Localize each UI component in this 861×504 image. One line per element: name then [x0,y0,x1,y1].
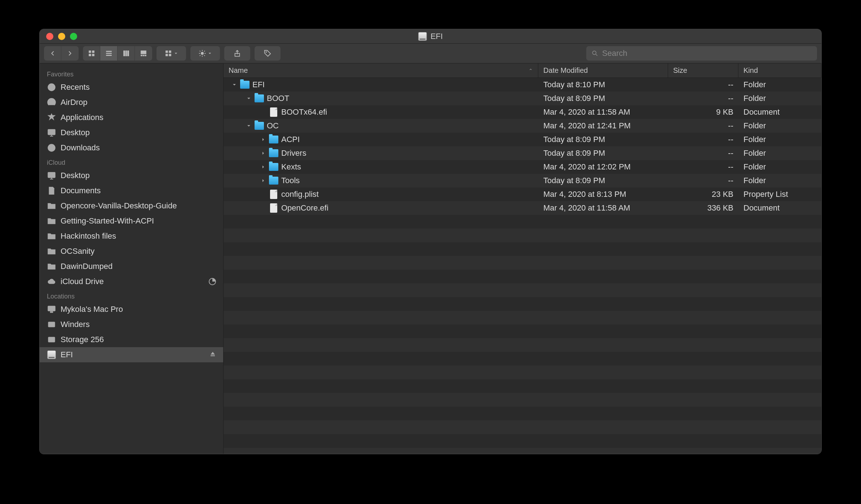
sidebar-item-recents[interactable]: Recents [40,80,223,95]
svg-rect-28 [50,312,53,313]
forward-button[interactable] [61,46,79,61]
icon-view-button[interactable] [83,46,100,61]
file-date: Today at 8:09 PM [538,176,668,185]
file-row[interactable]: OCMar 4, 2020 at 12:41 PM--Folder [224,119,821,133]
sidebar-item-airdrop[interactable]: AirDrop [40,95,223,110]
svg-rect-15 [169,51,171,53]
file-date: Today at 8:10 PM [538,80,668,89]
sidebar-item-hackintosh-files[interactable]: Hackintosh files [40,229,223,244]
file-row[interactable]: ACPIToday at 8:09 PM--Folder [224,133,821,146]
column-header: Name⌃ Date Modified Size Kind [224,63,821,78]
file-row[interactable]: EFIToday at 8:10 PM--Folder [224,78,821,92]
svg-rect-10 [141,51,146,54]
col-name[interactable]: Name⌃ [224,63,538,78]
disclosure-triangle[interactable] [260,150,266,156]
list-view-button[interactable] [100,46,118,61]
tags-button[interactable] [255,46,281,61]
zoom-button[interactable] [70,33,77,40]
empty-row [224,448,821,454]
share-button[interactable] [224,46,250,61]
empty-row [224,311,821,324]
sidebar-item-mykola-s-mac-pro[interactable]: Mykola's Mac Pro [40,302,223,317]
folder-icon [269,149,278,157]
file-size: 336 KB [668,203,738,213]
gallery-view-button[interactable] [135,46,152,61]
folder-icon [47,247,56,256]
file-kind: Folder [738,80,821,89]
eject-icon[interactable] [209,350,216,359]
empty-row [224,338,821,352]
empty-row [224,270,821,283]
file-row[interactable]: OpenCore.efiMar 4, 2020 at 11:58 AM336 K… [224,201,821,215]
file-size: 9 KB [668,107,738,117]
col-kind[interactable]: Kind [738,63,821,78]
close-button[interactable] [46,33,53,40]
folder-icon [255,94,264,102]
sidebar-item-opencore-vanilla-desktop-guide[interactable]: Opencore-Vanilla-Desktop-Guide [40,198,223,213]
svg-rect-17 [169,54,171,56]
action-button[interactable] [190,46,220,61]
sidebar-item-applications[interactable]: Applications [40,110,223,125]
file-row[interactable]: BOOTToday at 8:09 PM--Folder [224,92,821,105]
file-row[interactable]: KextsMar 4, 2020 at 12:02 PM--Folder [224,160,821,174]
sidebar-item-desktop[interactable]: Desktop [40,125,223,140]
sidebar-item-desktop[interactable]: Desktop [40,168,223,183]
file-content: Name⌃ Date Modified Size Kind EFIToday a… [224,63,821,454]
sidebar-item-label: Downloads [61,143,100,152]
back-button[interactable] [44,46,61,61]
search-icon [591,50,599,57]
file-row[interactable]: ToolsToday at 8:09 PM--Folder [224,174,821,187]
svg-rect-27 [48,306,55,311]
disclosure-triangle[interactable] [231,82,237,88]
sort-indicator-icon: ⌃ [529,68,533,74]
file-kind: Folder [738,176,821,185]
disclosure-triangle [260,191,266,197]
file-name: Tools [281,176,300,185]
sidebar-section-header: iCloud [40,155,223,168]
empty-row [224,366,821,379]
empty-row [224,393,821,407]
disclosure-triangle[interactable] [260,164,266,170]
sidebar-item-ocsanity[interactable]: OCSanity [40,244,223,259]
view-group [83,46,152,61]
sidebar-section-header: Favorites [40,67,223,80]
file-kind: Property List [738,190,821,199]
disclosure-triangle[interactable] [246,96,252,101]
arrange-button[interactable] [156,46,186,61]
svg-rect-7 [123,51,125,56]
disk-icon [418,32,427,41]
svg-rect-3 [92,54,94,56]
disclosure-triangle [260,205,266,211]
svg-rect-13 [145,55,146,56]
window-title: EFI [418,32,443,41]
sidebar-item-label: Recents [61,83,90,92]
sidebar-item-storage-256[interactable]: Storage 256 [40,332,223,347]
search-input[interactable] [602,49,812,58]
sidebar-item-winders[interactable]: Winders [40,317,223,332]
disk-icon [47,350,56,359]
minimize-button[interactable] [58,33,65,40]
sidebar-item-efi[interactable]: EFI [40,347,223,362]
col-size[interactable]: Size [668,63,738,78]
file-row[interactable]: BOOTx64.efiMar 4, 2020 at 11:58 AM9 KBDo… [224,105,821,119]
file-row[interactable]: DriversToday at 8:09 PM--Folder [224,146,821,160]
sidebar-item-documents[interactable]: Documents [40,183,223,198]
column-view-button[interactable] [118,46,135,61]
file-date: Mar 4, 2020 at 11:58 AM [538,107,668,117]
sidebar-item-icloud-drive[interactable]: iCloud Drive [40,274,223,289]
sidebar-item-downloads[interactable]: Downloads [40,140,223,155]
search-box[interactable] [586,46,817,61]
sidebar-item-dawindumped[interactable]: DawinDumped [40,259,223,274]
disclosure-triangle[interactable] [260,178,266,184]
svg-point-32 [53,340,54,341]
file-kind: Document [738,107,821,117]
disclosure-triangle[interactable] [246,123,252,129]
file-date: Mar 4, 2020 at 12:41 PM [538,121,668,131]
disclosure-triangle[interactable] [260,137,266,142]
apps-icon [47,113,56,122]
col-date[interactable]: Date Modified [538,63,668,78]
file-kind: Folder [738,121,821,131]
sidebar-item-getting-started-with-acpi[interactable]: Getting-Started-With-ACPI [40,213,223,229]
svg-point-18 [201,52,203,54]
file-row[interactable]: config.plistMar 4, 2020 at 8:13 PM23 KBP… [224,187,821,201]
